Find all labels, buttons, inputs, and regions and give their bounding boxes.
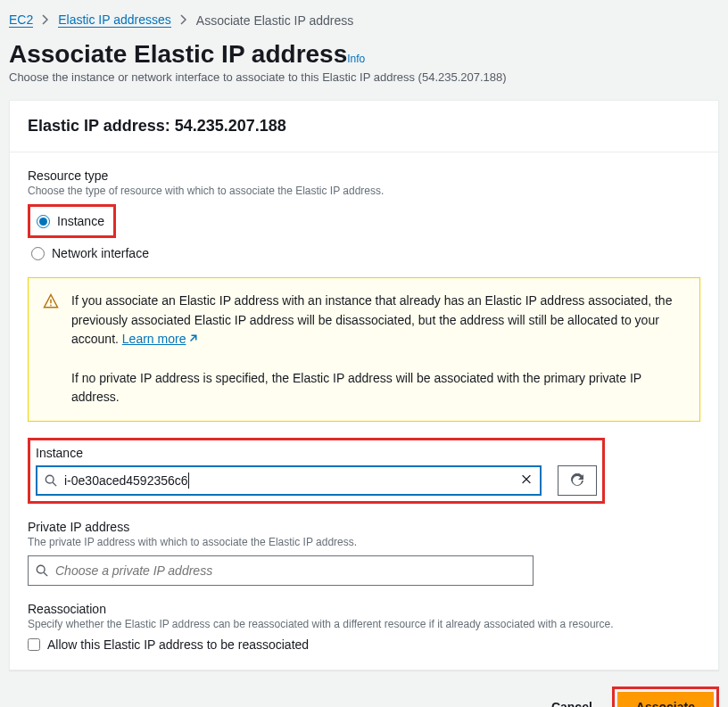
instance-search[interactable]: i-0e30aced4592356c6 xyxy=(36,465,542,496)
svg-point-6 xyxy=(37,565,45,573)
reassociation-section: Reassociation Specify whether the Elasti… xyxy=(28,602,700,652)
svg-line-7 xyxy=(44,572,47,576)
refresh-button[interactable] xyxy=(558,465,597,496)
clear-icon[interactable] xyxy=(520,473,533,489)
associate-button[interactable]: Associate xyxy=(617,692,714,707)
learn-more-link[interactable]: Learn more xyxy=(122,332,199,346)
breadcrumb-current: Associate Elastic IP address xyxy=(196,13,353,28)
reassociation-checkbox-row[interactable]: Allow this Elastic IP address to be reas… xyxy=(28,637,700,652)
reassociation-checkbox-label: Allow this Elastic IP address to be reas… xyxy=(47,637,309,652)
breadcrumb-eip[interactable]: Elastic IP addresses xyxy=(58,12,171,28)
highlight-instance-radio: Instance xyxy=(28,204,116,238)
breadcrumb: EC2 Elastic IP addresses Associate Elast… xyxy=(9,9,719,40)
page-title: Associate Elastic IP address xyxy=(9,40,347,68)
radio-network-interface-label: Network interface xyxy=(52,246,149,260)
cancel-button[interactable]: Cancel xyxy=(548,693,596,707)
info-link[interactable]: Info xyxy=(347,53,365,65)
alert-text-2: If no private IP address is specified, t… xyxy=(71,371,641,405)
warning-alert: If you associate an Elastic IP address w… xyxy=(28,277,700,422)
radio-network-interface[interactable]: Network interface xyxy=(28,242,700,265)
reassociation-checkbox[interactable] xyxy=(28,638,40,651)
private-ip-label: Private IP address xyxy=(28,520,700,534)
resource-type-label: Resource type xyxy=(28,169,700,183)
instance-label: Instance xyxy=(36,446,597,460)
warning-icon xyxy=(43,292,59,407)
search-icon xyxy=(45,474,57,487)
reassociation-desc: Specify whether the Elastic IP address c… xyxy=(28,618,700,630)
instance-input[interactable] xyxy=(37,468,540,493)
radio-instance-label: Instance xyxy=(57,214,104,228)
radio-instance-input[interactable] xyxy=(37,215,50,228)
private-ip-input[interactable] xyxy=(29,558,533,583)
panel-heading: Elastic IP address: 54.235.207.188 xyxy=(10,101,718,152)
main-panel: Elastic IP address: 54.235.207.188 Resou… xyxy=(9,100,719,670)
radio-network-interface-input[interactable] xyxy=(31,247,45,260)
highlight-associate-button: Associate xyxy=(612,686,719,707)
svg-line-3 xyxy=(53,482,56,486)
resource-type-section: Resource type Choose the type of resourc… xyxy=(28,169,700,265)
svg-point-2 xyxy=(46,475,54,483)
svg-rect-0 xyxy=(50,300,52,304)
chevron-right-icon xyxy=(42,13,49,28)
refresh-icon xyxy=(570,473,584,488)
page-subtitle: Choose the instance or network interface… xyxy=(9,70,719,84)
footer: Cancel Associate xyxy=(9,686,719,707)
external-link-icon xyxy=(187,333,198,344)
chevron-right-icon xyxy=(180,13,187,28)
svg-rect-1 xyxy=(50,305,52,307)
radio-instance[interactable]: Instance xyxy=(33,210,108,233)
instance-section: Instance i-0e30aced4592356c6 xyxy=(28,438,700,504)
private-ip-search[interactable] xyxy=(28,555,534,586)
private-ip-desc: The private IP address with which to ass… xyxy=(28,536,700,548)
private-ip-section: Private IP address The private IP addres… xyxy=(28,520,700,586)
resource-type-desc: Choose the type of resource with which t… xyxy=(28,185,700,197)
search-icon xyxy=(36,564,48,577)
reassociation-label: Reassociation xyxy=(28,602,700,616)
highlight-instance-field: Instance i-0e30aced4592356c6 xyxy=(28,438,605,504)
breadcrumb-ec2[interactable]: EC2 xyxy=(9,12,33,28)
